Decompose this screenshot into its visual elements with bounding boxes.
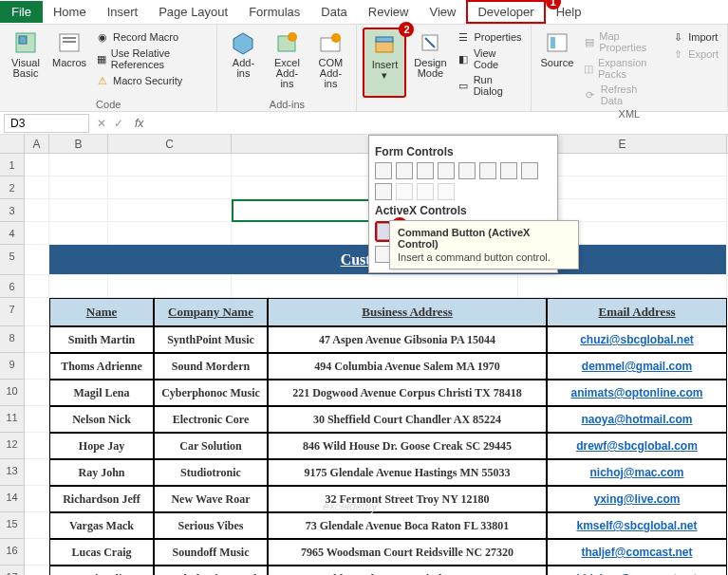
cell-address[interactable]: 47 Aspen Avenue Gibsonia PA 15044 (268, 326, 547, 353)
cell[interactable] (49, 199, 108, 222)
cell-address[interactable]: 221 Dogwood Avenue Corpus Christi TX 784… (268, 380, 547, 406)
source-button[interactable]: Source (537, 28, 577, 107)
row-header[interactable]: 16 (0, 539, 25, 566)
cell-company[interactable]: Car Solution (154, 433, 268, 459)
row-header[interactable]: 12 (0, 433, 25, 459)
cell-company[interactable]: Rockphonic Sound (154, 566, 268, 575)
cell-name[interactable]: Magil Lena (49, 380, 154, 406)
cell[interactable] (25, 326, 49, 353)
cell[interactable] (25, 275, 49, 298)
expansion-button[interactable]: ◫Expansion Packs (581, 56, 664, 81)
cell-address[interactable]: 30 Sheffield Court Chandler AX 85224 (268, 406, 547, 433)
cell[interactable] (232, 275, 518, 298)
enter-icon[interactable]: ✓ (114, 117, 123, 130)
row-header[interactable]: 11 (0, 406, 25, 433)
cell-company[interactable]: SynthPoint Music (154, 326, 268, 353)
map-button[interactable]: ▤Map Properties (581, 29, 664, 54)
cell[interactable] (25, 176, 49, 199)
record-macro-button[interactable]: ◉Record Macro (93, 29, 211, 45)
cell-email[interactable]: nichoj@mac.com (547, 459, 727, 486)
col-b[interactable]: B (49, 135, 108, 153)
developer-tab[interactable]: Developer (470, 3, 541, 21)
import-button[interactable]: ⇩Import (668, 29, 721, 45)
cell-email[interactable]: naoya@hotmail.com (547, 406, 727, 433)
cell-company[interactable]: Studiotronic (154, 459, 268, 486)
header-address[interactable]: Business Address (268, 298, 547, 326)
form-group[interactable] (500, 162, 517, 179)
fx-icon[interactable]: fx (135, 117, 146, 130)
cell-company[interactable]: Soundoff Music (154, 539, 268, 566)
row-header[interactable]: 5 (0, 245, 25, 275)
cell[interactable] (25, 512, 49, 539)
visual-basic-button[interactable]: Visual Basic (6, 28, 46, 98)
macro-security-button[interactable]: ⚠Macro Security (93, 73, 211, 88)
form-list[interactable] (458, 162, 476, 179)
cell[interactable] (25, 406, 49, 433)
form-spin[interactable] (438, 162, 455, 179)
cell[interactable] (25, 353, 49, 380)
form-label[interactable] (521, 162, 538, 179)
cell[interactable] (25, 539, 49, 566)
cell-name[interactable]: Thoms Adrienne (49, 353, 154, 380)
name-box[interactable] (4, 114, 89, 133)
form-option[interactable] (479, 162, 496, 179)
cell-email[interactable]: animats@optonline.com (547, 380, 727, 406)
row-header[interactable]: 6 (0, 275, 25, 298)
cell-address[interactable]: 846 Wild House Dr. Goose Creak SC 29445 (268, 433, 547, 459)
row-header[interactable]: 15 (0, 512, 25, 539)
cell[interactable] (108, 154, 232, 176)
cell[interactable] (25, 154, 49, 176)
col-c[interactable]: C (108, 135, 232, 153)
cell-email[interactable]: yxing@live.com (547, 486, 727, 512)
refresh-button[interactable]: ⟳Refresh Data (581, 83, 664, 107)
design-mode-button[interactable]: Design Mode (410, 28, 450, 98)
data-tab[interactable]: Data (310, 1, 357, 23)
rundialog-button[interactable]: ▭Run Dialog (454, 73, 524, 98)
cell[interactable] (25, 486, 49, 512)
cell[interactable] (25, 199, 49, 222)
cell[interactable] (518, 275, 727, 298)
cell-address[interactable]: 32 Fermont Street Troy NY 12180 (268, 486, 547, 512)
cell[interactable] (25, 566, 49, 575)
cancel-icon[interactable]: ✕ (97, 117, 106, 130)
row-header[interactable]: 7 (0, 298, 25, 326)
cell[interactable] (25, 298, 49, 326)
review-tab[interactable]: Review (358, 1, 420, 23)
cell[interactable] (108, 222, 232, 245)
cell[interactable] (49, 275, 108, 298)
cell[interactable] (25, 380, 49, 406)
cell-name[interactable]: Richardson Jeff (49, 486, 154, 512)
cell-name[interactable]: Nelson Nick (49, 406, 154, 433)
header-company[interactable]: Company Name (154, 298, 268, 326)
cell-email[interactable]: thaljef@comcast.net (547, 539, 727, 566)
select-all[interactable] (0, 135, 25, 153)
cell-address[interactable]: 494 Columbia Avenue Salem MA 1970 (268, 353, 547, 380)
cell-company[interactable]: Cyberphonoc Music (154, 380, 268, 406)
form-combo2[interactable] (417, 183, 434, 200)
viewcode-button[interactable]: ◧View Code (454, 46, 524, 71)
view-tab[interactable]: View (419, 1, 466, 23)
cell-company[interactable]: Electronic Core (154, 406, 268, 433)
cell-company[interactable]: New Wave Roar (154, 486, 268, 512)
cell-name[interactable]: Smith Martin (49, 326, 154, 353)
cell-company[interactable]: Sound Mordern (154, 353, 268, 380)
addins-button[interactable]: Add- ins (223, 28, 263, 98)
cell-name[interactable]: Garcia Olive (49, 566, 154, 575)
row-header[interactable]: 14 (0, 486, 25, 512)
cell[interactable] (25, 222, 49, 245)
row-header[interactable]: 10 (0, 380, 25, 406)
insert-controls-button[interactable]: Insert▾ (364, 29, 404, 83)
cell-company[interactable]: Serious Vibes (154, 512, 268, 539)
cell[interactable] (25, 433, 49, 459)
row-header[interactable]: 4 (0, 222, 25, 245)
insert-tab[interactable]: Insert (97, 1, 149, 23)
form-button[interactable] (375, 162, 392, 179)
form-combo[interactable] (396, 162, 413, 179)
export-button[interactable]: ⇧Export (668, 46, 721, 62)
cell-name[interactable]: Lucas Craig (49, 539, 154, 566)
cell-email[interactable]: kidehen@comcast.net (547, 566, 727, 575)
relative-refs-button[interactable]: ▦Use Relative References (93, 46, 211, 71)
cell[interactable] (108, 176, 232, 199)
cell-email[interactable]: drewf@sbcglobal.com (547, 433, 727, 459)
cell[interactable] (108, 199, 232, 222)
